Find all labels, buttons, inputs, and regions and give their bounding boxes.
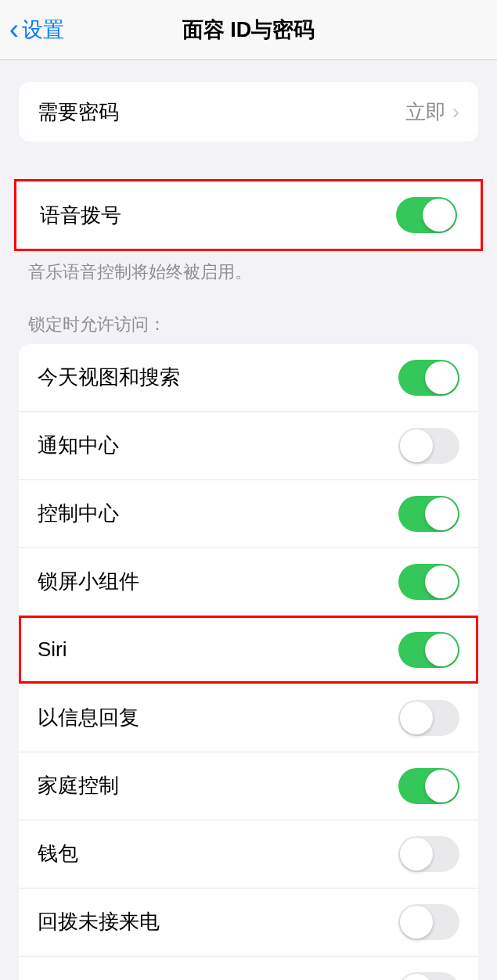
chevron-right-icon: › [452, 99, 459, 124]
locked-access-toggle[interactable] [398, 632, 459, 668]
voice-dial-row: 语音拨号 [16, 181, 481, 249]
locked-access-row: 回拨未接来电 [19, 888, 478, 956]
locked-access-row: 通知中心 [19, 411, 478, 479]
locked-access-toggle[interactable] [398, 360, 459, 396]
voice-dial-label: 语音拨号 [40, 202, 121, 229]
locked-access-toggle[interactable] [398, 428, 459, 464]
locked-access-label: 家庭控制 [38, 772, 119, 799]
require-passcode-value: 立即 › [405, 99, 459, 126]
toggle-knob [400, 429, 433, 462]
toggle-knob [400, 974, 433, 980]
locked-access-card: 今天视图和搜索通知中心控制中心锁屏小组件Siri以信息回复家庭控制钱包回拨未接来… [19, 344, 478, 980]
locked-access-row: 家庭控制 [19, 752, 478, 820]
locked-access-label: 锁屏小组件 [38, 568, 139, 595]
voice-dial-card: 语音拨号 [14, 179, 483, 251]
toggle-knob [423, 199, 456, 232]
locked-access-label: Siri [38, 637, 67, 662]
locked-access-toggle[interactable] [398, 700, 459, 736]
locked-access-header: 锁定时允许访问： [0, 313, 497, 344]
locked-access-label: USB配件 [38, 976, 120, 980]
locked-access-row: 以信息回复 [19, 684, 478, 752]
locked-access-label: 今天视图和搜索 [38, 364, 180, 391]
toggle-knob [400, 838, 433, 871]
locked-access-label: 钱包 [38, 840, 78, 867]
voice-dial-footer: 音乐语音控制将始终被启用。 [0, 251, 497, 285]
require-passcode-row[interactable]: 需要密码 立即 › [19, 82, 478, 142]
locked-access-label: 以信息回复 [38, 704, 139, 731]
locked-access-toggle[interactable] [398, 496, 459, 532]
toggle-knob [425, 361, 458, 394]
navigation-header: ‹ 设置 面容 ID与密码 [0, 0, 497, 60]
locked-access-row: 控制中心 [19, 479, 478, 547]
locked-access-row: 锁屏小组件 [19, 547, 478, 616]
page-title: 面容 ID与密码 [182, 16, 315, 44]
voice-dial-toggle[interactable] [396, 197, 457, 233]
locked-access-toggle[interactable] [398, 768, 459, 804]
require-passcode-label: 需要密码 [38, 99, 119, 126]
toggle-knob [425, 634, 458, 666]
toggle-knob [400, 906, 433, 939]
chevron-left-icon: ‹ [9, 16, 19, 44]
locked-access-toggle[interactable] [398, 972, 459, 980]
locked-access-toggle[interactable] [398, 904, 459, 940]
locked-access-label: 回拨未接来电 [38, 908, 160, 935]
locked-access-toggle[interactable] [398, 836, 459, 872]
toggle-knob [400, 702, 433, 734]
back-label: 设置 [22, 16, 64, 44]
locked-access-label: 通知中心 [38, 432, 119, 459]
locked-access-toggle[interactable] [398, 564, 459, 600]
back-button[interactable]: ‹ 设置 [9, 16, 64, 44]
locked-access-row: Siri [19, 616, 478, 684]
locked-access-label: 控制中心 [38, 500, 119, 527]
passcode-card: 需要密码 立即 › [19, 82, 478, 142]
toggle-knob [425, 497, 458, 530]
toggle-knob [425, 770, 458, 802]
locked-access-row: 今天视图和搜索 [19, 344, 478, 411]
locked-access-row: USB配件 [19, 956, 478, 980]
toggle-knob [425, 565, 458, 598]
locked-access-row: 钱包 [19, 820, 478, 888]
